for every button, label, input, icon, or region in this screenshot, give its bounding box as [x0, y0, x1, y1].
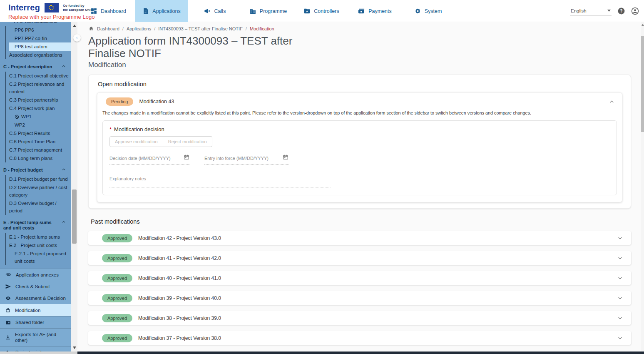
bottom-edge-left — [0, 352, 77, 354]
decision-date-field[interactable] — [109, 154, 189, 165]
chevron-up-icon — [62, 220, 66, 224]
nav-calls[interactable]: Calls — [188, 0, 241, 22]
pending-panel-header[interactable]: Pending Modification 43 — [97, 93, 622, 110]
approve-modification-button[interactable]: Approve modification — [109, 136, 163, 147]
sidebar-item-pp8-selected[interactable]: PP8 test autom — [9, 42, 71, 51]
sidebar-item-e1[interactable]: E.1 - Project lump sums — [9, 233, 71, 241]
status-badge-approved: Approved — [102, 334, 132, 342]
calendar-icon[interactable] — [184, 154, 189, 160]
past-modification-row[interactable]: Approved Modification 38 - Project Versi… — [88, 311, 631, 325]
nav-applications[interactable]: Applications — [135, 0, 188, 22]
breadcrumb-dashboard[interactable]: Dashboard — [97, 26, 119, 31]
sidebar-item-pp6[interactable]: PP6 PP6 — [9, 26, 71, 34]
page-scrollbar[interactable] — [641, 22, 644, 352]
attachment-icon — [5, 272, 12, 278]
calls-icon — [204, 7, 211, 15]
sidebar-item-associated-organisations[interactable]: Associated organisations — [9, 51, 71, 59]
past-modification-row[interactable]: Approved Modification 42 - Project Versi… — [88, 231, 631, 245]
sidebar-item-d3[interactable]: D.3 Overview budget / period — [9, 199, 71, 215]
sidebar-item-c2[interactable]: C.2 Project relevance and context — [9, 80, 71, 96]
nav-controllers[interactable]: Controllers — [295, 0, 348, 22]
page-scrollbar-thumb[interactable] — [641, 36, 644, 132]
nav-programme[interactable]: Programme — [241, 0, 295, 22]
sidebar-item-assessment-decision[interactable]: Assessment & Decision — [0, 292, 71, 304]
sidebar-item-wp2[interactable]: WP2 — [9, 121, 71, 129]
help-icon[interactable]: ? — [617, 7, 625, 15]
past-modification-row[interactable]: Approved Modification 37 - Project Versi… — [88, 331, 631, 345]
past-modification-row[interactable]: Approved Modification 41 - Project Versi… — [88, 251, 631, 265]
sidebar-item-d1[interactable]: D.1 Project budget per fund — [9, 175, 71, 183]
entry-into-force-field[interactable] — [204, 154, 288, 165]
modification-decision-box: *Modification decision Approve modificat… — [102, 120, 617, 195]
home-icon[interactable] — [88, 26, 94, 31]
language-select[interactable]: English — [570, 7, 612, 15]
past-modification-row[interactable]: Approved Modification 39 - Project Versi… — [88, 291, 631, 305]
sidebar-item-c7[interactable]: C.7 Project management — [9, 146, 71, 154]
sidebar-collapse-button[interactable] — [73, 34, 81, 42]
sidebar-item-c1[interactable]: C.1 Project overall objective — [9, 72, 71, 80]
chevron-down-icon — [617, 235, 623, 241]
chevron-down-icon — [617, 335, 623, 341]
sidebar-item-c6[interactable]: C.6 Project Time Plan — [9, 137, 71, 146]
sidebar-item-c3[interactable]: C.3 Project partnership — [9, 96, 71, 104]
chevron-up-icon — [62, 64, 66, 68]
sidebar-item-clipped[interactable]: PP5 Test deductions — [0, 22, 71, 26]
reject-modification-button[interactable]: Reject modification — [163, 136, 212, 147]
modification-title: Modification 43 — [139, 99, 174, 105]
sidebar-item-pp7[interactable]: PP7 PP7 co-fin — [9, 34, 71, 42]
eu-flag-icon — [45, 3, 59, 12]
sidebar-item-shared-folder[interactable]: Shared folder — [0, 316, 71, 328]
chevron-down-icon — [617, 295, 623, 301]
payments-icon — [358, 7, 365, 15]
scroll-down-arrow-icon[interactable] — [73, 347, 76, 349]
explanatory-notes-field[interactable] — [109, 175, 331, 187]
pending-modification-panel: Pending Modification 43 The changes made… — [97, 92, 622, 202]
sidebar-item-d2[interactable]: D.2 Overview partner / cost category — [9, 183, 71, 199]
controllers-icon — [303, 7, 311, 15]
decision-date-input[interactable] — [109, 155, 189, 165]
chevron-down-icon — [617, 275, 623, 281]
sidebar-item-modification-selected[interactable]: Modification — [0, 304, 71, 316]
past-modifications-heading: Past modifications — [91, 218, 631, 225]
top-header: Interreg Co-funded by the European Union… — [0, 0, 644, 22]
sidebar-item-application-annexes[interactable]: Application annexes — [0, 269, 71, 281]
eye-icon — [5, 295, 11, 301]
decision-date-fields — [109, 154, 610, 165]
nav-payments[interactable]: Payments — [348, 0, 401, 22]
sidebar-scrollbar[interactable] — [71, 22, 77, 352]
nav-system[interactable]: System — [401, 0, 455, 22]
section-c-group: C.1 Project overall objective C.2 Projec… — [5, 72, 71, 162]
app-window: Interreg Co-funded by the European Union… — [0, 0, 644, 354]
scroll-up-arrow-icon[interactable] — [642, 24, 644, 26]
sidebar-item-wp1[interactable]: WP1 — [9, 112, 71, 121]
section-d-header[interactable]: D - Project budget — [0, 167, 71, 173]
account-icon[interactable] — [631, 7, 639, 15]
explanatory-notes-input[interactable] — [109, 175, 331, 187]
nav-dashboard[interactable]: Dashboard — [82, 0, 135, 22]
sidebar-item-e2[interactable]: E.2 - Project unit costs — [9, 241, 71, 249]
section-e-header[interactable]: E - Project lump sums and unit costs — [0, 220, 71, 231]
download-icon — [5, 334, 11, 340]
decision-button-group: Approve modification Reject modification — [109, 136, 212, 147]
past-modification-row[interactable]: Approved Modification 40 - Project Versi… — [88, 271, 631, 285]
breadcrumb-project[interactable]: INT4300093 – TEST after Finalise NOTIF — [158, 26, 243, 31]
partners-group: PP6 PP6 PP7 PP7 co-fin PP8 test autom As… — [5, 26, 71, 59]
sidebar-item-exports[interactable]: Exports for AF (and other) — [0, 328, 71, 346]
svg-text:?: ? — [620, 9, 622, 13]
status-badge-pending: Pending — [106, 97, 133, 106]
folder-icon — [5, 320, 11, 325]
required-marker: * — [109, 126, 112, 132]
sidebar-item-check-submit[interactable]: Check & Submit — [0, 281, 71, 292]
calendar-icon[interactable] — [283, 154, 288, 160]
scroll-up-arrow-icon[interactable] — [73, 25, 76, 27]
system-icon — [414, 7, 421, 15]
sidebar-scrollbar-thumb[interactable] — [72, 189, 77, 244]
breadcrumb-applications[interactable]: Applications — [127, 26, 151, 31]
sidebar-item-c5[interactable]: C.5 Project Results — [9, 129, 71, 137]
sidebar-item-c8[interactable]: C.8 Long-term plans — [9, 154, 71, 162]
section-c-header[interactable]: C - Project description — [0, 64, 71, 70]
entry-into-force-input[interactable] — [204, 155, 288, 165]
sidebar-item-project-privileges[interactable]: Project privileges — [0, 346, 71, 352]
sidebar-item-e21[interactable]: E.2.1 - Project proposed unit costs — [9, 249, 71, 265]
sidebar-item-c4[interactable]: C.4 Project work plan — [9, 104, 71, 112]
